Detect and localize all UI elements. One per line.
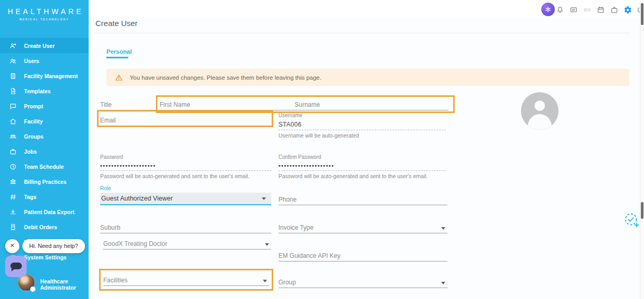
settings-button[interactable] bbox=[624, 6, 632, 14]
confirm-password-helper: Password will be auto-generated and sent… bbox=[278, 173, 446, 179]
chevron-down-icon bbox=[263, 280, 267, 282]
sidebar-item-users[interactable]: Users bbox=[0, 53, 89, 68]
chat-tooltip[interactable]: Hi. Need any help? bbox=[22, 239, 85, 253]
first-name-field[interactable]: First Name bbox=[160, 99, 297, 110]
suburb-field[interactable]: Suburb bbox=[100, 221, 271, 233]
chat-icon bbox=[9, 103, 17, 110]
message-icon bbox=[569, 6, 578, 14]
email-field[interactable]: Email bbox=[100, 114, 270, 126]
notifications-button[interactable] bbox=[556, 6, 564, 14]
brand-name: HEALTHWARE bbox=[0, 7, 89, 16]
status-dot bbox=[30, 286, 35, 292]
title-field[interactable]: Title bbox=[100, 99, 148, 110]
briefcase-icon bbox=[9, 148, 17, 155]
profile-photo-placeholder[interactable] bbox=[521, 92, 558, 130]
briefcase-button[interactable] bbox=[610, 6, 618, 14]
person-icon bbox=[534, 101, 545, 111]
sidebar-item-patient-data-export[interactable]: Patient Data Export bbox=[0, 204, 89, 219]
facilities-select[interactable]: Facilities bbox=[103, 273, 269, 286]
hash-icon bbox=[9, 193, 17, 201]
sidebar-item-tags[interactable]: Tags bbox=[0, 189, 89, 204]
password-helper: Password will be auto-generated and sent… bbox=[100, 173, 271, 179]
sidebar-item-jobs[interactable]: Jobs bbox=[0, 144, 89, 159]
sidebar-item-billing-practices[interactable]: Billing Practices bbox=[0, 174, 89, 189]
building-icon bbox=[9, 72, 17, 80]
link-icon bbox=[583, 6, 591, 14]
sidebar-user[interactable]: Healthcare Administrator bbox=[0, 275, 89, 299]
users-icon bbox=[9, 57, 17, 65]
chat-launcher-button[interactable] bbox=[5, 256, 27, 277]
password-value: •••••••••••••••••••• bbox=[100, 163, 271, 169]
check-circle-icon bbox=[624, 212, 640, 229]
clock-icon bbox=[9, 163, 17, 170]
brand-tagline: MEDICAL TECHNOLOGY bbox=[0, 18, 89, 21]
ai-assistant-button[interactable] bbox=[541, 3, 555, 16]
scrollbar-thumb-top[interactable] bbox=[641, 3, 643, 25]
invoice-type-select[interactable]: Invoice Type bbox=[278, 221, 447, 233]
phone-field[interactable]: Phone bbox=[278, 193, 447, 205]
tab-personal[interactable]: Personal bbox=[106, 48, 132, 55]
bank-icon bbox=[9, 178, 17, 185]
surname-field[interactable]: Surname bbox=[295, 99, 448, 110]
warning-icon bbox=[115, 73, 123, 82]
sidebar-item-debit-orders[interactable]: Debit Orders bbox=[0, 219, 89, 234]
user-name: Healthcare Administrator bbox=[40, 278, 89, 291]
username-field: Username STA006 Username will be auto-ge… bbox=[278, 113, 446, 139]
sidebar-item-prompt[interactable]: Prompt bbox=[0, 98, 89, 114]
briefcase-icon bbox=[610, 6, 618, 14]
tab-active-indicator bbox=[106, 57, 128, 58]
sidebar: HEALTHWARE MEDICAL TECHNOLOGY Create Use… bbox=[0, 0, 89, 299]
group-select[interactable]: Group bbox=[278, 276, 447, 288]
header-divider bbox=[95, 33, 629, 33]
sidebar-item-templates[interactable]: Templates bbox=[0, 83, 89, 98]
messages-button[interactable] bbox=[569, 6, 578, 14]
invoice-icon bbox=[9, 223, 17, 231]
link-button[interactable] bbox=[583, 6, 591, 14]
sidebar-item-groups[interactable]: Groups bbox=[0, 129, 89, 144]
group-icon bbox=[9, 133, 17, 140]
em-guidance-api-key-field[interactable]: EM Guidance API Key bbox=[278, 249, 447, 261]
brand-logo: HEALTHWARE MEDICAL TECHNOLOGY bbox=[0, 7, 89, 21]
sidebar-item-facility[interactable]: Facility bbox=[0, 114, 89, 129]
confirm-password-underline bbox=[278, 170, 446, 171]
topbar bbox=[89, 0, 644, 17]
chat-bubble-icon bbox=[10, 263, 22, 269]
banner-text: You have unsaved changes. Please save th… bbox=[130, 74, 321, 81]
sidebar-item-team-schedule[interactable]: Team Schedule bbox=[0, 159, 89, 174]
sidebar-item-facility-management[interactable]: Facility Management bbox=[0, 68, 89, 83]
page-scrollbar[interactable] bbox=[640, 0, 644, 299]
document-icon bbox=[9, 88, 17, 95]
download-icon bbox=[9, 208, 17, 216]
goodx-treating-doctor-select[interactable]: GoodX Treating Doctor bbox=[103, 237, 271, 250]
role-value: Guest Authorized Viewer bbox=[101, 195, 173, 202]
scrollbar-thumb[interactable] bbox=[641, 202, 643, 219]
chat-tooltip-close-button[interactable]: × bbox=[5, 239, 19, 253]
chevron-down-icon bbox=[262, 197, 266, 200]
username-underline bbox=[278, 130, 446, 130]
home-icon bbox=[9, 118, 17, 125]
app-window: HEALTHWARE MEDICAL TECHNOLOGY Create Use… bbox=[0, 0, 644, 299]
chevron-down-icon bbox=[441, 227, 445, 230]
calendar-button[interactable] bbox=[597, 6, 605, 14]
confirm-password-value: •••••••••••••••••••• bbox=[278, 163, 446, 169]
page-title: Create User bbox=[95, 19, 138, 28]
confirm-password-field[interactable]: Confirm Password •••••••••••••••••••• Pa… bbox=[278, 154, 446, 179]
role-select[interactable]: Role Guest Authorized Viewer bbox=[100, 185, 271, 205]
password-label: Password bbox=[100, 154, 271, 160]
assign-check-button[interactable] bbox=[624, 212, 640, 229]
sidebar-item-create-user[interactable]: Create User bbox=[0, 38, 89, 53]
role-label: Role bbox=[100, 185, 271, 191]
username-label: Username bbox=[278, 113, 446, 118]
password-field[interactable]: Password •••••••••••••••••••• Password w… bbox=[100, 154, 271, 179]
ai-assistant-icon bbox=[544, 5, 552, 14]
sidebar-nav: Create User Users Facility Management Te… bbox=[0, 38, 89, 265]
confirm-password-label: Confirm Password bbox=[278, 154, 446, 160]
close-icon: × bbox=[10, 241, 14, 250]
gear-icon bbox=[624, 6, 632, 14]
chevron-down-icon bbox=[265, 243, 269, 246]
username-helper: Username will be auto-generated bbox=[278, 132, 446, 139]
person-add-icon bbox=[9, 42, 17, 49]
role-select-box[interactable]: Guest Authorized Viewer bbox=[100, 193, 271, 205]
username-value: STA006 bbox=[278, 121, 446, 128]
calendar-icon bbox=[597, 6, 605, 14]
